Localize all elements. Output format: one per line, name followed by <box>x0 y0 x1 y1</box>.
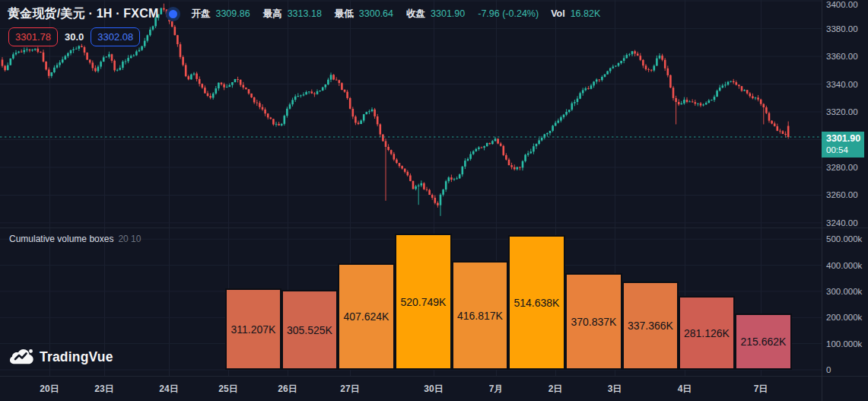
high-value: 3313.18 <box>288 8 322 19</box>
volume-axis-label: 0 <box>826 365 831 374</box>
time-axis-label: 26日 <box>278 383 297 396</box>
open-label: 开盘 <box>191 8 210 21</box>
ohlc-readout: 开盘 3309.86 最高 3313.18 最低 3300.64 收盘 3301… <box>191 8 613 21</box>
buy-ask-button[interactable]: 3302.08 <box>91 27 140 46</box>
sell-bid-button[interactable]: 3301.78 <box>8 27 58 46</box>
time-axis[interactable]: 20日23日24日25日26日27日30日7月2日3日4日7日 <box>0 377 868 401</box>
time-axis-label: 4日 <box>678 383 692 396</box>
price-axis-separator <box>822 0 822 401</box>
last-price-value: 3301.90 <box>826 133 864 145</box>
high-label: 最高 <box>263 8 282 21</box>
price-axis-label: 3260.00 <box>826 190 858 199</box>
indicator-params: 20 10 <box>118 234 141 244</box>
price-axis-label: 3380.00 <box>826 24 858 33</box>
volume-axis-label: 200.000k <box>826 313 862 322</box>
spread-value: 30.0 <box>65 31 84 43</box>
volume-value: 16.82K <box>571 8 601 19</box>
volume-axis-label: 100.000k <box>826 339 862 348</box>
bar-countdown: 00:54 <box>826 145 864 155</box>
pane-separator[interactable] <box>0 228 868 228</box>
low-value: 3300.64 <box>359 8 393 19</box>
quote-row: 3301.78 30.0 3302.08 <box>8 27 140 46</box>
change-value: -7.96 (-0.24%) <box>478 8 539 19</box>
close-value: 3301.90 <box>431 8 465 19</box>
time-axis-label: 7月 <box>489 383 504 396</box>
volume-label: Vol <box>551 8 565 19</box>
time-axis-separator <box>0 376 868 377</box>
price-axis-label: 3360.00 <box>826 52 858 61</box>
cloud-logo-icon <box>10 348 34 365</box>
price-axis-label: 3400.00 <box>826 0 858 9</box>
open-value: 3309.86 <box>215 8 250 19</box>
volume-axis-label: 300.000k <box>826 287 862 296</box>
volume-axis-label: 400.000k <box>826 261 862 270</box>
chart-header: 黄金现货/美元 · 1H · FXCM 开盘 3309.86 最高 3313.1… <box>8 5 613 22</box>
time-axis-label: 20日 <box>40 383 59 396</box>
time-axis-label: 27日 <box>340 383 359 396</box>
time-axis-label: 7日 <box>754 383 768 396</box>
price-axis-label: 3280.00 <box>826 163 858 172</box>
time-axis-label: 24日 <box>159 383 178 396</box>
current-price-line <box>0 0 868 401</box>
low-label: 最低 <box>335 8 354 21</box>
price-axis-label: 3340.00 <box>826 80 858 89</box>
time-axis-label: 23日 <box>94 383 113 396</box>
volume-axis-label: 500.000k <box>826 234 862 243</box>
brand-logo: TradingVue <box>10 348 113 365</box>
indicator-name: Cumulative volume boxes <box>9 234 113 244</box>
realtime-status-icon <box>166 7 180 21</box>
price-axis[interactable]: 3400.003380.003360.003340.003320.003280.… <box>822 0 868 376</box>
last-price-badge[interactable]: 3301.90 00:54 <box>822 132 864 158</box>
time-axis-label: 3日 <box>608 383 622 396</box>
brand-logo-text: TradingVue <box>40 349 113 365</box>
indicator-title[interactable]: Cumulative volume boxes20 10 <box>9 234 141 244</box>
time-axis-label: 25日 <box>218 383 237 396</box>
price-axis-label: 3240.00 <box>826 218 858 228</box>
time-axis-label: 2日 <box>548 383 563 396</box>
close-label: 收盘 <box>406 8 425 21</box>
price-axis-label: 3320.00 <box>826 107 858 116</box>
time-axis-label: 30日 <box>424 383 443 396</box>
trading-chart-app: 黄金现货/美元 · 1H · FXCM 开盘 3309.86 最高 3313.1… <box>0 0 868 401</box>
symbol-title[interactable]: 黄金现货/美元 · 1H · FXCM <box>8 6 158 22</box>
